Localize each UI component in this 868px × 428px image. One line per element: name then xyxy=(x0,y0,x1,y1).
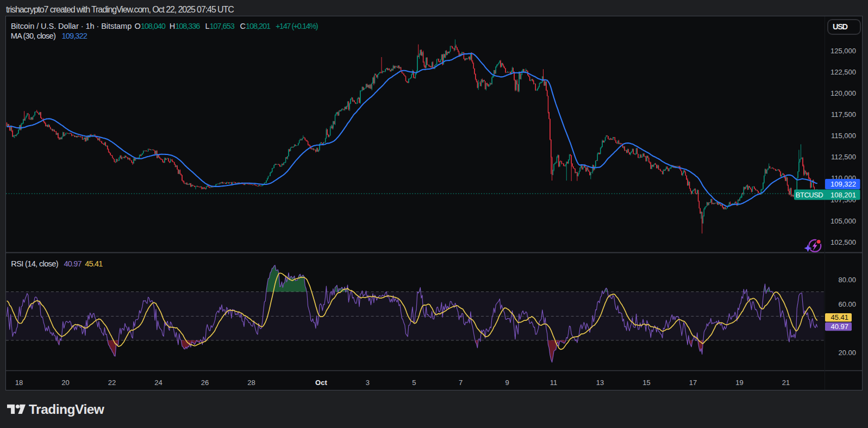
svg-text:TradingView: TradingView xyxy=(29,402,105,417)
svg-text:15: 15 xyxy=(642,379,650,387)
svg-text:5: 5 xyxy=(412,379,416,387)
svg-text:17: 17 xyxy=(689,379,697,387)
svg-text:125,000: 125,000 xyxy=(830,47,856,55)
svg-text:22: 22 xyxy=(108,379,116,387)
svg-text:20: 20 xyxy=(61,379,69,387)
svg-text:45.41: 45.41 xyxy=(830,313,848,321)
svg-text:28: 28 xyxy=(247,379,255,387)
svg-text:115,000: 115,000 xyxy=(831,132,856,140)
svg-text:19: 19 xyxy=(735,379,743,387)
svg-text:24: 24 xyxy=(154,379,162,387)
svg-text:Oct: Oct xyxy=(315,379,327,387)
svg-text:105,000: 105,000 xyxy=(830,217,856,225)
svg-text:80.00: 80.00 xyxy=(838,276,856,284)
svg-text:18: 18 xyxy=(15,379,23,387)
svg-text:102,500: 102,500 xyxy=(830,238,856,246)
svg-text:109,322: 109,322 xyxy=(830,180,856,188)
svg-text:117,500: 117,500 xyxy=(831,110,856,119)
svg-text:BTCUSD: BTCUSD xyxy=(796,191,823,199)
svg-text:13: 13 xyxy=(596,379,604,387)
svg-text:60.00: 60.00 xyxy=(838,300,856,308)
svg-text:120,000: 120,000 xyxy=(830,89,856,97)
svg-text:9: 9 xyxy=(505,379,509,387)
svg-text:40.97: 40.97 xyxy=(830,322,848,331)
svg-text:108,201: 108,201 xyxy=(830,191,856,199)
svg-text:7: 7 xyxy=(459,379,463,387)
svg-text:3: 3 xyxy=(366,379,370,387)
svg-text:122,500: 122,500 xyxy=(830,68,856,76)
svg-text:20.00: 20.00 xyxy=(838,349,856,357)
svg-text:112,500: 112,500 xyxy=(831,153,856,161)
svg-text:11: 11 xyxy=(550,379,558,387)
svg-text:21: 21 xyxy=(782,379,790,387)
svg-text:26: 26 xyxy=(201,379,209,387)
